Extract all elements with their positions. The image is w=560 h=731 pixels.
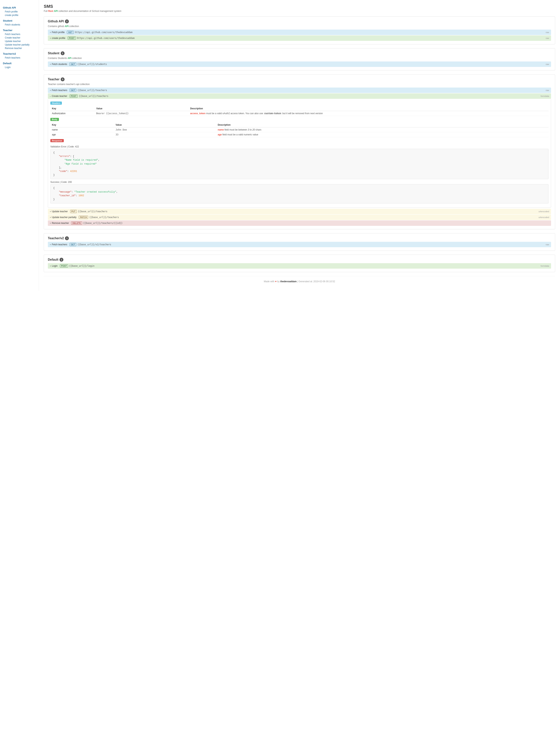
api-type: formdata [541,95,549,97]
section-teacher-v2-title: Teacher/v2 [48,236,64,240]
expand-icon: + [50,63,51,65]
sidebar-item-create-profile[interactable]: create profile [3,13,36,17]
footer-author: thedevsaddam [280,280,297,283]
action-label: Update teacher partially [52,216,76,219]
section-teacher-badge: 5 [61,77,65,81]
sidebar-item-fetch-teachers-v2[interactable]: Fetch teachers [3,56,36,59]
code-brace-open: { [53,151,55,154]
api-row-create-teacher[interactable]: – Create teacher POST {{base_url}}/teach… [48,93,551,99]
body-key-name: name [50,127,114,132]
api-url: {{base_url}}/teachers [79,95,541,97]
api-row-fetch-students[interactable]: + Fetch students GET {{base_url}}/studen… [48,61,551,67]
section-default-header: Default 1 [48,258,551,262]
code-error-2: "Age field is required" [65,163,97,165]
api-type: raw [546,37,549,39]
app-subtitle: Full Rest API collection and documentati… [44,10,555,12]
headers-tag: Headers [50,101,62,105]
api-row-fetch-teachers[interactable]: + Fetch teachers GET {{base_url}}/teache… [48,87,551,93]
api-url: {{base_url}}/teachers [89,216,538,219]
sidebar-item-update-teacher-partially[interactable]: Update teacher partially [3,43,36,46]
code-brace-open: { [53,187,55,189]
action-label: create profile [52,37,65,39]
api-row-fetch-teachers-v2[interactable]: + Fetch teachers GET {{base_url}}/v2/tea… [48,242,551,247]
sidebar-item-remove-teacher[interactable]: Remove teacher [3,46,36,50]
method-badge-get: GET [70,243,76,246]
col-value: Value [114,122,216,127]
section-student-title: Student [48,52,59,55]
code-teacher-id-value: 1002 [79,194,84,197]
section-student-badge: 1 [61,51,65,55]
section-teacher-title: Teacher [48,78,59,81]
method-badge-post: POST [60,264,68,267]
api-row-update-teacher[interactable]: + Update teacher PUT {{base_url}}/teache… [48,209,551,214]
section-github: Github API 2 Contains github API collect… [44,16,555,44]
sidebar-item-fetch-students[interactable]: Fetch students [3,23,36,26]
section-student-desc: Contains Students API collection [48,57,551,59]
api-url: https://api.github.com/users/thedevsadda… [75,31,546,34]
section-github-badge: 2 [65,19,69,23]
api-type: raw [546,63,549,65]
body-value-name: John Doe [114,127,216,132]
subtitle-rest: Rest [48,10,53,12]
code-error-1: "Name field is required" [65,159,98,161]
section-teacher-v2-header: Teacher/v2 1 [48,236,551,240]
expand-icon: + [50,31,51,33]
action-label: Remove teacher [52,222,69,224]
method-badge-post: POST [70,94,78,98]
headers-table: Key Value Description Authorization Bear… [50,106,549,116]
section-student: Student 1 Contains Students API collecti… [44,48,555,70]
app-header: SMS Full Rest API collection and documen… [44,4,555,12]
sidebar-item-fetch-profile[interactable]: Fetch profile [3,10,36,13]
col-description: Description [216,122,549,127]
code-message-key: "message" [59,191,72,193]
action-label: Fetch profile [52,31,65,34]
body-desc-age: age field must be a valid numeric value [216,132,549,137]
api-row-login[interactable]: + Login POST {{base_url}}/login formdata [48,263,551,269]
section-default-title: Default [48,258,58,261]
sidebar-group-title-teacher-v2: Teacher/v2 [3,52,36,55]
body-row-name: name John Doe name field must be between… [50,127,549,132]
sidebar-item-login[interactable]: Login [3,66,36,69]
api-row-remove-teacher[interactable]: + Remove teacher DELETE {{base_url}}/tea… [48,220,551,226]
validation-label: Validation Error | Code: 422 [50,145,549,148]
api-url: {{base_url}}/v2/teachers [77,243,546,246]
body-row-age: age 33 age field must be a valid numeric… [50,132,549,137]
name-highlight: name [218,128,224,131]
action-label: Fetch teachers [52,243,67,246]
action-label: Fetch students [52,63,67,66]
method-badge-get: GET [67,31,74,34]
action-label: Create teacher [52,95,67,97]
sidebar-item-create-teacher[interactable]: Create teacher [3,36,36,39]
col-value: Value [95,106,189,111]
api-row-create-profile[interactable]: + create profile POST https://api.github… [48,35,551,41]
api-row-update-teacher-partially[interactable]: + Update teacher partially PATCH {{base_… [48,214,551,220]
api-url: https://api.github.com/users/thedevsadda… [77,37,546,39]
sidebar-group-title-student: Student [3,19,36,22]
expand-icon: – [50,95,51,97]
section-github-desc: Contains github API collection [48,25,551,28]
col-key: Key [50,106,95,111]
sidebar-group-github: Github API Fetch profile create profile [3,6,36,17]
create-teacher-expanded: Headers Key Value Description Authorizat… [48,99,551,207]
footer-heart: ♥ [275,280,277,283]
expand-icon: + [50,89,51,91]
api-url: {{base_url}}/students [77,63,546,66]
api-row-fetch-profile[interactable]: + Fetch profile GET https://api.github.c… [48,30,551,35]
sidebar-item-fetch-teachers[interactable]: Fetch teachers [3,32,36,36]
api-url: {{base_url}}/teachers [77,89,546,92]
col-key: Key [50,122,114,127]
footer: Made with ♥ by thedevsaddam | Generated … [44,276,555,287]
expand-icon: + [50,37,51,39]
custom-token-strikethrough: custom-token [264,112,282,115]
section-github-header: Github API 2 [48,19,551,23]
subtitle-api: API [54,10,58,12]
api-url: {{base_url}}/teachers/{{id}} [83,222,549,224]
api-type: formdata [541,265,549,267]
sidebar-item-update-teacher[interactable]: Update teacher [3,39,36,43]
body-table: Key Value Description name John Doe name… [50,122,549,137]
section-teacher: Teacher 5 Teacher contains teacher's api… [44,74,555,229]
api-type: raw [546,89,549,91]
subtitle-prefix: Full [44,10,47,12]
footer-text-mid: by [277,280,280,283]
section-github-title: Github API [48,20,64,23]
